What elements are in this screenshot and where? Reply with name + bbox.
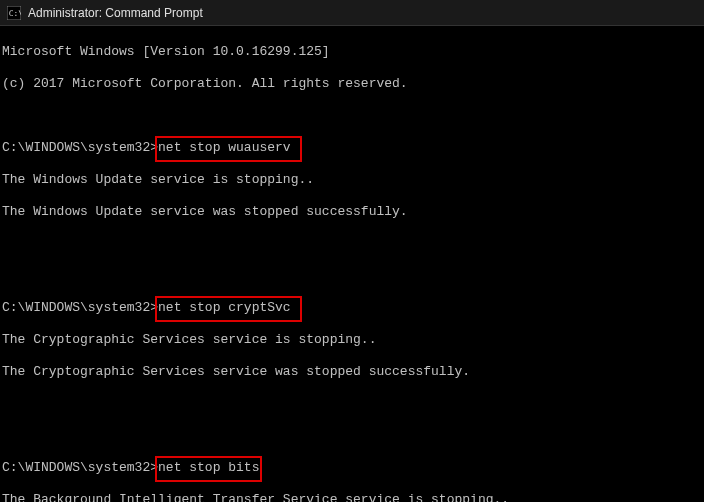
prompt: C:\WINDOWS\system32> [2, 300, 158, 315]
prompt: C:\WINDOWS\system32> [2, 140, 158, 155]
terminal-line [2, 108, 702, 124]
terminal-line [2, 428, 702, 444]
terminal-line: The Cryptographic Services service is st… [2, 332, 702, 348]
terminal-line: The Background Intelligent Transfer Serv… [2, 492, 702, 502]
terminal-line [2, 268, 702, 284]
cmd-icon: C:\ [6, 5, 22, 21]
command-text: net stop wuauserv [158, 140, 291, 156]
terminal-output[interactable]: Microsoft Windows [Version 10.0.16299.12… [0, 26, 704, 502]
terminal-line: Microsoft Windows [Version 10.0.16299.12… [2, 44, 702, 60]
command-text: net stop cryptSvc [158, 300, 291, 316]
window-title: Administrator: Command Prompt [28, 6, 203, 20]
terminal-line: The Windows Update service is stopping.. [2, 172, 702, 188]
terminal-line: (c) 2017 Microsoft Corporation. All righ… [2, 76, 702, 92]
prompt: C:\WINDOWS\system32> [2, 460, 158, 475]
terminal-prompt-line: C:\WINDOWS\system32>net stop cryptSvc [2, 300, 702, 316]
terminal-line: The Windows Update service was stopped s… [2, 204, 702, 220]
window-titlebar: C:\ Administrator: Command Prompt [0, 0, 704, 26]
terminal-prompt-line: C:\WINDOWS\system32>net stop wuauserv [2, 140, 702, 156]
command-text: net stop bits [158, 460, 259, 476]
svg-text:C:\: C:\ [9, 8, 21, 17]
terminal-prompt-line: C:\WINDOWS\system32>net stop bits [2, 460, 702, 476]
terminal-line [2, 236, 702, 252]
terminal-line [2, 396, 702, 412]
terminal-line: The Cryptographic Services service was s… [2, 364, 702, 380]
